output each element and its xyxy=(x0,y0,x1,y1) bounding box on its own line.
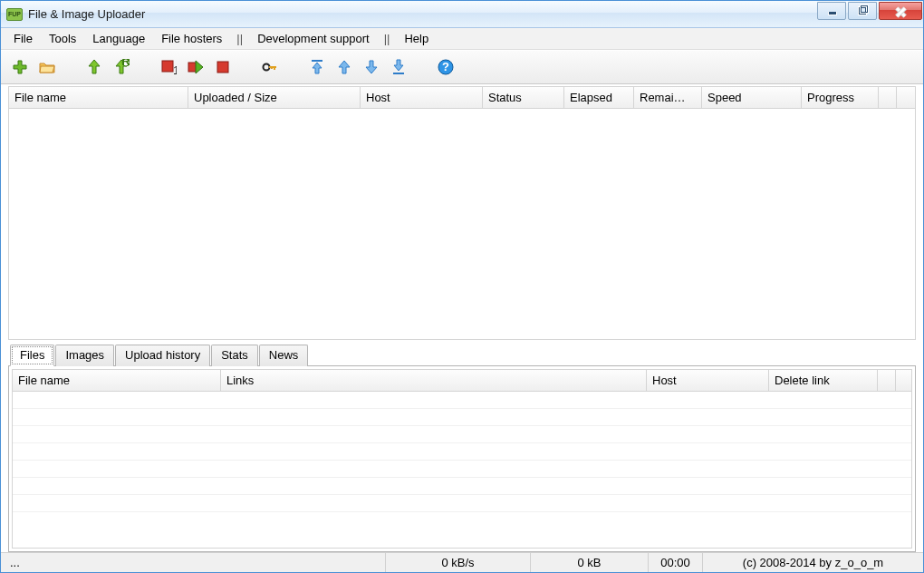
column-header[interactable]: Elapsed xyxy=(564,87,634,108)
svg-rect-7 xyxy=(312,60,322,62)
move-down-button[interactable] xyxy=(360,55,383,79)
files-grid-rows xyxy=(13,392,911,548)
svg-text:1: 1 xyxy=(173,63,177,75)
upload-r-button[interactable]: R xyxy=(110,55,133,79)
status-size: 0 kB xyxy=(531,553,649,572)
grid-empty-row xyxy=(13,426,911,443)
help-button[interactable]: ? xyxy=(434,55,457,79)
move-top-button[interactable] xyxy=(305,55,329,79)
app-window: FUP File & Image Uploader File Tools Lan… xyxy=(0,0,924,573)
column-header[interactable]: Uploaded / Size xyxy=(188,87,361,108)
tab-upload-history[interactable]: Upload history xyxy=(115,345,210,366)
column-header[interactable]: Speed xyxy=(702,87,802,108)
up-r-icon: R xyxy=(113,59,130,75)
svg-text:?: ? xyxy=(442,60,449,73)
stop2-icon xyxy=(215,59,231,75)
column-header[interactable]: Delete link xyxy=(769,370,878,391)
resume-button[interactable] xyxy=(184,55,207,79)
up-blue-icon xyxy=(336,59,352,75)
svg-point-6 xyxy=(264,64,270,71)
move-up-button[interactable] xyxy=(332,55,356,79)
close-button[interactable] xyxy=(879,2,922,20)
column-header[interactable]: Remai… xyxy=(634,87,702,108)
column-header[interactable]: Links xyxy=(221,370,647,391)
files-grid-header: File nameLinksHostDelete link xyxy=(13,370,911,392)
maximize-icon xyxy=(857,6,869,16)
stop-all-button[interactable] xyxy=(211,55,235,79)
upload-queue-grid[interactable]: File nameUploaded / SizeHostStatusElapse… xyxy=(8,86,916,340)
minimize-button[interactable] xyxy=(817,2,846,20)
plus-icon xyxy=(12,59,28,75)
menu-dev-support[interactable]: Development support xyxy=(250,30,377,47)
column-header[interactable]: File name xyxy=(13,370,221,391)
stop-red-icon: 1 xyxy=(160,59,177,75)
app-icon: FUP xyxy=(6,8,23,21)
bottom-icon xyxy=(390,59,407,75)
status-copyright: (c) 2008-2014 by z_o_o_m xyxy=(703,553,923,572)
menu-help[interactable]: Help xyxy=(397,30,436,47)
svg-rect-8 xyxy=(393,73,404,74)
menu-language[interactable]: Language xyxy=(85,30,152,47)
column-header[interactable]: Host xyxy=(647,370,769,391)
svg-rect-5 xyxy=(217,62,228,73)
grid-empty-row xyxy=(13,478,911,495)
grid-empty-row xyxy=(13,409,911,426)
grid-empty-row xyxy=(13,495,911,512)
add-button[interactable] xyxy=(8,55,32,79)
window-buttons xyxy=(815,1,923,27)
grid-header: File nameUploaded / SizeHostStatusElapse… xyxy=(9,87,915,109)
grid-empty-row xyxy=(13,443,911,461)
accounts-button[interactable] xyxy=(258,55,282,79)
upload-button[interactable] xyxy=(82,55,106,79)
column-header[interactable]: Status xyxy=(483,87,564,108)
statusbar: ... 0 kB/s 0 kB 00:00 (c) 2008-2014 by z… xyxy=(1,552,923,572)
status-ellipsis: ... xyxy=(1,553,386,572)
lower-tabs: Files Images Upload history Stats News F… xyxy=(8,344,916,552)
menu-file[interactable]: File xyxy=(6,30,40,47)
column-header[interactable] xyxy=(878,370,896,391)
status-speed: 0 kB/s xyxy=(386,553,531,572)
tab-news[interactable]: News xyxy=(259,345,309,366)
column-header[interactable]: Progress xyxy=(802,87,879,108)
resume-icon xyxy=(188,59,204,75)
top-icon xyxy=(309,59,325,75)
menu-file-hosters[interactable]: File hosters xyxy=(154,30,229,47)
column-header[interactable]: File name xyxy=(9,87,188,108)
move-bottom-button[interactable] xyxy=(387,55,410,79)
menu-tools[interactable]: Tools xyxy=(42,30,83,47)
files-grid[interactable]: File nameLinksHostDelete link xyxy=(12,369,912,549)
tab-body: File nameLinksHostDelete link xyxy=(8,365,916,552)
window-title: File & Image Uploader xyxy=(28,7,145,21)
up-arrow-icon xyxy=(86,59,102,75)
menu-separator: || xyxy=(231,30,248,47)
tab-files[interactable]: Files xyxy=(10,345,54,366)
stop-button[interactable]: 1 xyxy=(157,55,180,79)
grid-body xyxy=(9,109,915,339)
grid-empty-row xyxy=(13,392,911,409)
status-time: 00:00 xyxy=(649,553,703,572)
maximize-button[interactable] xyxy=(848,2,877,20)
help-icon: ? xyxy=(438,59,454,75)
grid-empty-row xyxy=(13,461,911,478)
svg-text:R: R xyxy=(121,59,130,68)
close-icon xyxy=(895,6,907,16)
menu-separator: || xyxy=(379,30,396,47)
svg-rect-2 xyxy=(162,61,173,72)
down-blue-icon xyxy=(363,59,380,75)
tab-images[interactable]: Images xyxy=(55,345,114,366)
menubar: File Tools Language File hosters || Deve… xyxy=(1,28,923,50)
folder-icon xyxy=(39,59,55,75)
add-folder-button[interactable] xyxy=(35,55,59,79)
key-icon xyxy=(262,59,278,75)
column-header[interactable] xyxy=(879,87,897,108)
titlebar: FUP File & Image Uploader xyxy=(1,1,923,28)
minimize-icon xyxy=(826,6,838,16)
tab-strip: Files Images Upload history Stats News xyxy=(8,344,916,365)
toolbar: R 1 ? xyxy=(1,50,923,84)
content-area: File nameUploaded / SizeHostStatusElapse… xyxy=(1,84,923,552)
column-header[interactable]: Host xyxy=(361,87,483,108)
tab-stats[interactable]: Stats xyxy=(211,345,258,366)
